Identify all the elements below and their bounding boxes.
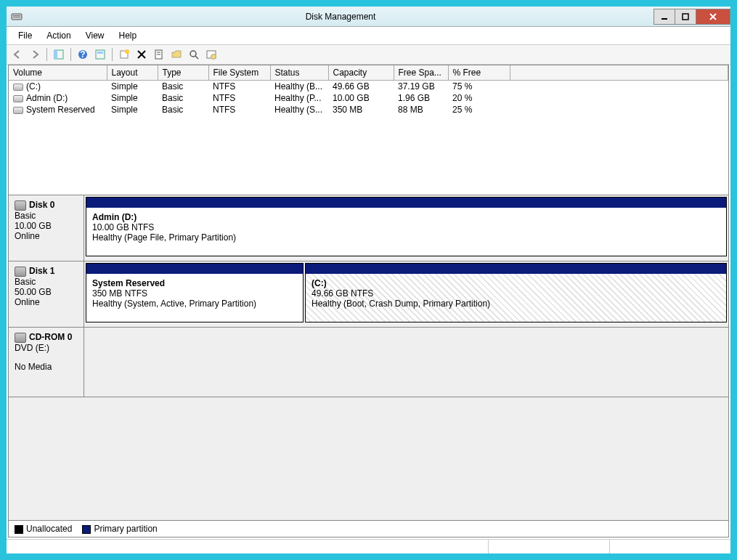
disk-size: 50.00 GB: [15, 287, 78, 297]
col-spacer: [510, 65, 728, 81]
partition-size: 10.00 GB NTFS: [92, 222, 720, 232]
cdrom-info: CD-ROM 0 DVD (E:) No Media: [9, 328, 84, 397]
col-status[interactable]: Status: [270, 65, 328, 81]
col-capacity[interactable]: Capacity: [328, 65, 394, 81]
disk-type: Basic: [15, 277, 78, 287]
toolbar: ?: [7, 45, 730, 65]
svg-point-23: [211, 54, 216, 60]
col-free[interactable]: Free Spa...: [394, 65, 448, 81]
svg-rect-2: [13, 17, 20, 17]
partition-title: System Reserved: [92, 278, 297, 288]
legend-primary: Primary partition: [82, 524, 157, 534]
menubar: File Action View Help: [7, 27, 730, 45]
back-button[interactable]: [9, 46, 25, 62]
table-row[interactable]: Admin (D:)SimpleBasicNTFSHealthy (P...10…: [9, 92, 728, 104]
disk-info: Disk 0Basic10.00 GBOnline: [9, 195, 84, 261]
disk-row[interactable]: Disk 1Basic50.00 GBOnlineSystem Reserved…: [9, 261, 728, 328]
partition-status: Healthy (Page File, Primary Partition): [92, 232, 720, 243]
col-layout[interactable]: Layout: [107, 65, 158, 81]
svg-rect-8: [54, 50, 57, 59]
window-title: Disk Management: [27, 12, 654, 22]
refresh-button[interactable]: [92, 46, 108, 62]
partition[interactable]: Admin (D:)10.00 GB NTFSHealthy (Page Fil…: [86, 197, 727, 256]
partition-status: Healthy (Boot, Crash Dump, Primary Parti…: [312, 299, 720, 309]
disk-partitions: Admin (D:)10.00 GB NTFSHealthy (Page Fil…: [84, 195, 728, 261]
cdrom-partitions: [84, 328, 728, 397]
legend: Unallocated Primary partition: [9, 520, 728, 537]
legend-unallocated: Unallocated: [15, 524, 72, 534]
forward-button[interactable]: [27, 46, 43, 62]
disk-size: 10.00 GB: [15, 221, 78, 231]
disk-title: Disk 1: [15, 266, 78, 277]
svg-rect-12: [97, 52, 103, 54]
partition-title: Admin (D:): [92, 212, 720, 222]
titlebar[interactable]: Disk Management: [7, 7, 730, 27]
svg-rect-4: [683, 14, 688, 20]
disk-status: Online: [15, 231, 78, 241]
cdrom-row[interactable]: CD-ROM 0 DVD (E:) No Media: [9, 328, 728, 397]
properties-button[interactable]: [151, 46, 167, 62]
app-icon: [11, 11, 23, 23]
menu-file[interactable]: File: [11, 28, 39, 43]
menu-action[interactable]: Action: [39, 28, 78, 43]
find-button[interactable]: [186, 46, 202, 62]
disk-info: Disk 1Basic50.00 GBOnline: [9, 261, 84, 327]
partition[interactable]: (C:)49.66 GB NTFSHealthy (Boot, Crash Du…: [305, 263, 727, 322]
disk-management-window: Disk Management File Action View Help ?: [6, 6, 731, 554]
drive-icon: [13, 84, 23, 91]
svg-rect-3: [661, 18, 667, 20]
disk-type: Basic: [15, 211, 78, 221]
table-row[interactable]: (C:)SimpleBasicNTFSHealthy (B...49.66 GB…: [9, 81, 728, 93]
disks-empty-area: [9, 397, 728, 492]
open-button[interactable]: [168, 46, 184, 62]
partition-header: [86, 198, 726, 208]
partition[interactable]: System Reserved350 MB NTFSHealthy (Syste…: [86, 263, 304, 322]
partition-title: (C:): [312, 278, 720, 288]
close-button[interactable]: [696, 9, 730, 25]
svg-point-20: [190, 51, 196, 57]
maximize-button[interactable]: [675, 9, 696, 25]
disk-row[interactable]: Disk 0Basic10.00 GBOnlineAdmin (D:)10.00…: [9, 195, 728, 261]
partition-size: 350 MB NTFS: [92, 288, 297, 299]
svg-text:?: ?: [80, 49, 85, 60]
col-type[interactable]: Type: [158, 65, 208, 81]
show-hide-console-tree-button[interactable]: [51, 46, 67, 62]
drive-icon: [13, 107, 23, 114]
svg-point-14: [125, 49, 129, 54]
table-row[interactable]: System ReservedSimpleBasicNTFSHealthy (S…: [9, 104, 728, 115]
svg-line-21: [195, 56, 198, 59]
disks-pane[interactable]: Disk 0Basic10.00 GBOnlineAdmin (D:)10.00…: [9, 195, 728, 520]
statusbar: [7, 539, 730, 553]
menu-view[interactable]: View: [78, 28, 112, 43]
partition-status: Healthy (System, Active, Primary Partiti…: [92, 299, 297, 309]
settings-button[interactable]: [203, 46, 219, 62]
disk-partitions: System Reserved350 MB NTFSHealthy (Syste…: [84, 261, 728, 327]
disk-status: Online: [15, 297, 78, 307]
new-button[interactable]: [116, 46, 132, 62]
disk-title: Disk 0: [15, 200, 78, 211]
minimize-button[interactable]: [653, 9, 675, 25]
partition-header: [306, 264, 726, 274]
volumes-table: Volume Layout Type File System Status Ca…: [9, 65, 728, 115]
cdrom-type: DVD (E:): [15, 343, 78, 353]
col-fs[interactable]: File System: [208, 65, 270, 81]
partition-header: [86, 264, 303, 274]
cdrom-title: CD-ROM 0: [15, 332, 78, 343]
cdrom-status: No Media: [15, 362, 78, 372]
partition-size: 49.66 GB NTFS: [312, 288, 720, 299]
volumes-pane[interactable]: Volume Layout Type File System Status Ca…: [9, 65, 728, 195]
col-percent-free[interactable]: % Free: [448, 65, 510, 81]
svg-rect-1: [13, 15, 20, 16]
menu-help[interactable]: Help: [112, 28, 144, 43]
help-button[interactable]: ?: [75, 46, 91, 62]
drive-icon: [13, 95, 23, 102]
svg-rect-11: [96, 50, 105, 59]
delete-button[interactable]: [134, 46, 150, 62]
col-volume[interactable]: Volume: [9, 65, 107, 81]
content-area: Volume Layout Type File System Status Ca…: [8, 65, 729, 537]
